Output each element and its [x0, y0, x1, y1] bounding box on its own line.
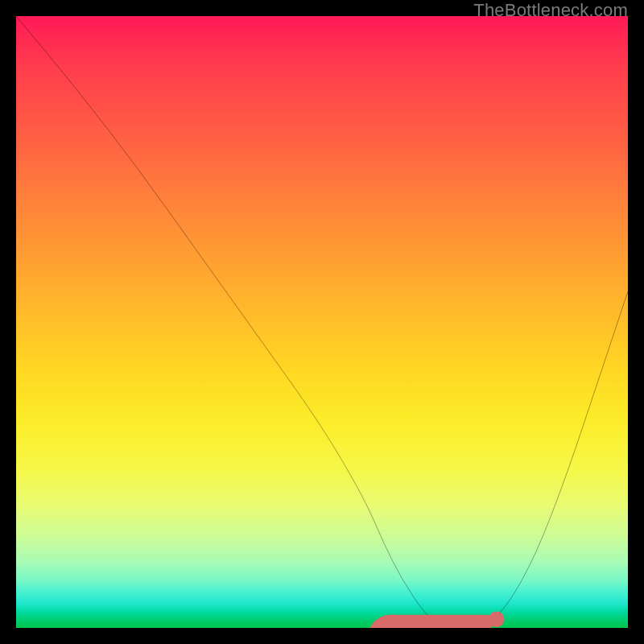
- plot-area: [16, 16, 628, 628]
- bottleneck-curve: [16, 16, 628, 628]
- chart-container: TheBottleneck.com: [0, 0, 644, 644]
- sweet-spot-band: [377, 621, 487, 628]
- curve-overlay: [16, 16, 628, 628]
- sweet-spot-marker: [489, 611, 505, 627]
- watermark-text: TheBottleneck.com: [473, 0, 628, 21]
